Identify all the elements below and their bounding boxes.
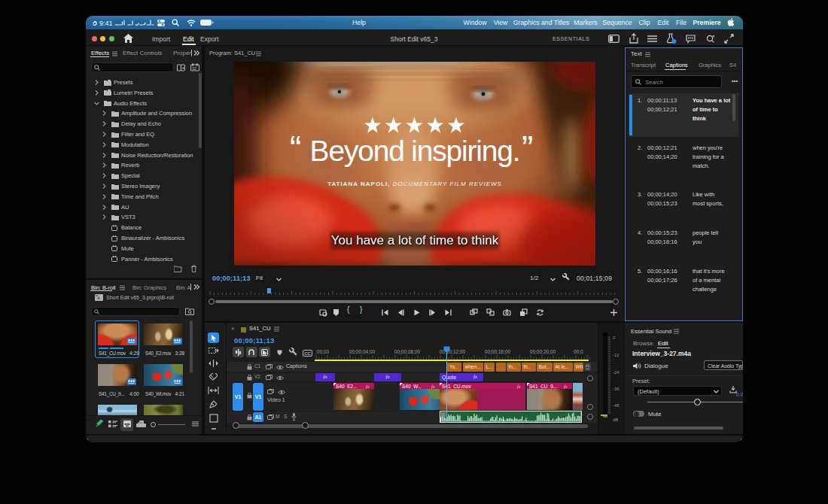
svg-text:32: 32 bbox=[192, 66, 196, 71]
svg-text:9:41: 9:41 bbox=[99, 20, 113, 26]
